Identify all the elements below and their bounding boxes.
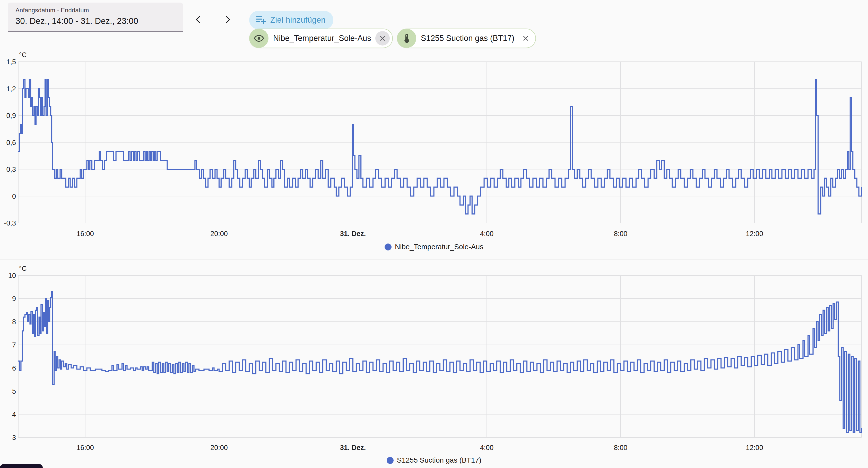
thermometer-icon [401, 33, 412, 44]
series-line [18, 80, 862, 214]
chip-label: S1255 Suction gas (BT17) [421, 34, 515, 43]
dev-overlay: configurator [0, 464, 43, 468]
add-target-label: Ziel hinzufügen [270, 15, 326, 25]
chart-section-divider [0, 259, 868, 260]
add-target-button[interactable]: Ziel hinzufügen [249, 11, 333, 29]
close-icon [522, 34, 530, 42]
series-line [18, 292, 862, 433]
y-tick-label: 0 [12, 193, 16, 200]
x-tick-label: 4:00 [480, 444, 494, 452]
y-tick-label: 0,9 [6, 112, 16, 120]
entity-chips-row: Nibe_Temperatur_Sole-Aus S1255 Suction g… [249, 29, 536, 48]
chip-label: Nibe_Temperatur_Sole-Aus [273, 34, 371, 43]
history-charts-canvas[interactable]: 1,51,20,90,60,30-0,316:0020:0031. Dez.4:… [0, 0, 868, 468]
y-tick-label: 1,2 [6, 85, 16, 93]
x-tick-label: 16:00 [76, 230, 94, 238]
y-tick-label: 6 [12, 364, 16, 372]
x-tick-label: 20:00 [210, 230, 228, 238]
x-tick-label: 8:00 [614, 444, 627, 452]
x-tick-label: 8:00 [614, 230, 627, 238]
legend-label: Nibe_Temperatur_Sole-Aus [395, 243, 484, 251]
chevron-left-icon [192, 14, 204, 25]
y-tick-label: 8 [12, 318, 16, 326]
legend-marker [384, 243, 392, 250]
next-period-button[interactable] [221, 12, 235, 27]
eye-icon [253, 33, 265, 44]
chip-avatar [397, 29, 416, 48]
y-tick-label: 0,3 [6, 166, 16, 173]
y-tick-label: 1,5 [6, 58, 16, 66]
x-tick-label: 12:00 [746, 230, 763, 238]
axis-unit-label: °C [19, 51, 27, 59]
y-tick-label: 5 [12, 388, 16, 395]
y-tick-label: 10 [8, 272, 16, 279]
x-tick-label: 4:00 [480, 230, 494, 238]
date-range-label: Anfangsdatum - Enddatum [16, 7, 183, 14]
date-range-field[interactable]: Anfangsdatum - Enddatum 30. Dez., 14:00 … [8, 3, 183, 32]
entity-chip-nibe-temperatur-sole-aus[interactable]: Nibe_Temperatur_Sole-Aus [249, 29, 393, 48]
legend-nibe-temperatur-sole-aus[interactable]: Nibe_Temperatur_Sole-Aus [0, 242, 868, 252]
date-range-value: 30. Dez., 14:00 - 31. Dez., 23:00 [16, 15, 183, 27]
y-tick-label: 3 [12, 434, 16, 441]
chip-close-button[interactable] [375, 31, 390, 45]
x-tick-label: 12:00 [746, 444, 763, 452]
chevron-right-icon [222, 14, 234, 25]
chip-close-button[interactable] [519, 31, 533, 45]
chip-avatar [249, 29, 269, 48]
playlist-plus-icon [255, 14, 267, 26]
close-icon [378, 34, 386, 42]
axis-unit-label: °C [19, 265, 27, 272]
chart-0: 1,51,20,90,60,30-0,316:0020:0031. Dez.4:… [4, 51, 862, 238]
y-tick-label: -0,3 [4, 219, 16, 227]
entity-chip-s1255-suction-gas[interactable]: S1255 Suction gas (BT17) [397, 29, 536, 48]
chart-1: 10987654316:0020:0031. Dez.4:008:0012:00… [8, 265, 862, 452]
legend-s1255-suction-gas[interactable]: S1255 Suction gas (BT17) [0, 455, 868, 465]
y-tick-label: 7 [12, 341, 16, 349]
y-tick-label: 0,6 [6, 139, 16, 146]
legend-marker [386, 457, 394, 464]
dev-overlay-text: configurator [13, 467, 43, 468]
x-tick-label: 16:00 [76, 444, 94, 452]
x-tick-label: 31. Dez. [340, 444, 366, 452]
x-tick-label: 31. Dez. [340, 230, 366, 238]
y-tick-label: 9 [12, 295, 16, 303]
prev-period-button[interactable] [191, 12, 206, 27]
y-tick-label: 4 [12, 411, 16, 419]
x-tick-label: 20:00 [210, 444, 228, 452]
legend-label: S1255 Suction gas (BT17) [397, 456, 482, 464]
